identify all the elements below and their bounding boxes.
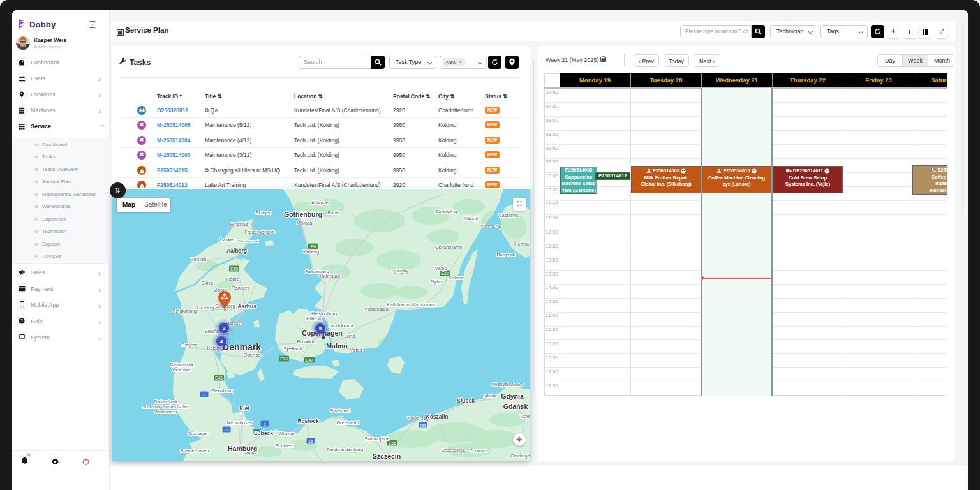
svg-text:Szczecinek: Szczecinek [441, 447, 465, 453]
svg-text:Oskarshamn: Oskarshamn [435, 244, 463, 250]
svg-text:E6: E6 [311, 244, 316, 249]
svg-text:Sjælland: Sjælland [283, 346, 302, 352]
svg-text:Stralsund: Stralsund [330, 408, 350, 413]
svg-text:Gothenburg: Gothenburg [284, 211, 322, 218]
svg-text:E65: E65 [389, 441, 396, 445]
svg-text:Gdańsk: Gdańsk [503, 403, 528, 410]
svg-text:E55: E55 [420, 424, 427, 427]
svg-text:Lübeck: Lübeck [254, 430, 273, 436]
svg-text:Bremerhaven: Bremerhaven [180, 448, 209, 454]
svg-text:Randers: Randers [232, 285, 250, 291]
svg-text:Tczew: Tczew [520, 413, 530, 419]
svg-text:5: 5 [319, 326, 322, 332]
svg-text:Wismar: Wismar [278, 431, 295, 436]
svg-text:Västervik: Västervik [499, 212, 519, 218]
svg-text:19: 19 [309, 440, 313, 443]
svg-text:Gdynia: Gdynia [501, 392, 524, 400]
svg-text:Nybro: Nybro [431, 279, 443, 285]
svg-text:Kalmar: Kalmar [449, 275, 464, 281]
svg-text:Schleswig-Holsteinisches: Schleswig-Holsteinisches [142, 405, 189, 410]
svg-text:Växjö: Växjö [435, 265, 447, 271]
svg-text:Vimmerby: Vimmerby [480, 223, 502, 229]
svg-text:Løkken: Løkken [220, 237, 236, 242]
svg-text:Vendsyssel: Vendsyssel [239, 239, 258, 243]
svg-text:Karlskrona: Karlskrona [412, 302, 436, 308]
svg-text:Flensburg: Flensburg [211, 388, 232, 394]
svg-text:Cuxhaven: Cuxhaven [188, 431, 209, 436]
svg-text:Vadehavet: Vadehavet [172, 368, 192, 372]
svg-text:E45: E45 [230, 267, 238, 271]
svg-text:Lund: Lund [345, 333, 355, 339]
svg-text:E22: E22 [441, 271, 449, 276]
svg-text:Nationalpark: Nationalpark [154, 399, 178, 405]
svg-text:Słupsk: Słupsk [457, 397, 475, 404]
svg-text:Greifswald: Greifswald [336, 420, 359, 426]
svg-text:Kristianstad: Kristianstad [363, 306, 388, 312]
svg-text:Hemse: Hemse [514, 241, 530, 247]
svg-text:Karlshamn: Karlshamn [387, 302, 410, 308]
svg-text:Kiel: Kiel [239, 405, 249, 412]
svg-text:Landskrona: Landskrona [328, 323, 353, 329]
svg-text:Chojnice: Chojnice [469, 448, 487, 454]
svg-text:Wattenmeer: Wattenmeer [154, 410, 177, 414]
svg-text:Skive: Skive [202, 280, 213, 286]
svg-text:Schwerin: Schwerin [276, 443, 295, 449]
svg-text:Odense: Odense [244, 352, 260, 358]
svg-text:E45: E45 [215, 376, 223, 380]
svg-text:Aarhus: Aarhus [237, 303, 256, 309]
svg-text:Mölndal: Mölndal [297, 220, 314, 226]
svg-text:Neubrandenburg: Neubrandenburg [327, 447, 363, 452]
svg-text:Skagen: Skagen [255, 210, 271, 216]
svg-text:23: 23 [225, 428, 229, 432]
svg-text:E20: E20 [280, 357, 288, 361]
svg-text:Ljungby: Ljungby [392, 268, 409, 274]
svg-text:Ringkøbing: Ringkøbing [172, 308, 197, 314]
svg-text:Jönköping: Jönköping [435, 209, 457, 214]
svg-text:Halmstad: Halmstad [320, 273, 340, 279]
svg-text:Grudziądz: Grudziądz [510, 453, 530, 459]
svg-text:Nässjö: Nässjö [464, 216, 479, 221]
svg-text:Władysławowo: Władysławowo [491, 382, 523, 387]
svg-text:Ystad: Ystad [350, 347, 362, 353]
svg-text:Herning: Herning [197, 305, 214, 311]
svg-text:Aalborg: Aalborg [226, 248, 247, 254]
svg-text:2: 2 [223, 325, 226, 331]
svg-text:Koszalin: Koszalin [426, 413, 449, 420]
svg-text:Malmö: Malmö [326, 342, 347, 350]
svg-text:E47: E47 [306, 358, 313, 362]
svg-text:Hamburg: Hamburg [228, 445, 257, 452]
svg-text:Rostock: Rostock [297, 418, 319, 424]
svg-text:Burgsvik: Burgsvik [497, 252, 516, 258]
svg-text:4: 4 [220, 339, 223, 345]
svg-text:Neumünster: Neumünster [227, 420, 253, 426]
svg-text:Alingsås: Alingsås [311, 200, 330, 205]
svg-text:Hirtshals: Hirtshals [230, 221, 248, 227]
svg-text:Thisted: Thisted [191, 256, 207, 262]
svg-text:Esbjerg: Esbjerg [181, 342, 197, 348]
svg-text:Roskilde: Roskilde [297, 339, 316, 345]
svg-text:Lębork: Lębork [482, 393, 497, 399]
svg-text:Świnoujście: Świnoujście [364, 436, 390, 442]
svg-text:Hobro: Hobro [226, 276, 239, 282]
svg-text:Borås: Borås [327, 210, 340, 216]
svg-text:Szczecin: Szczecin [373, 452, 401, 460]
svg-text:Nationalpark: Nationalpark [170, 362, 194, 368]
svg-text:Varberg: Varberg [302, 249, 319, 255]
svg-text:Frederikshavn: Frederikshavn [244, 229, 275, 235]
